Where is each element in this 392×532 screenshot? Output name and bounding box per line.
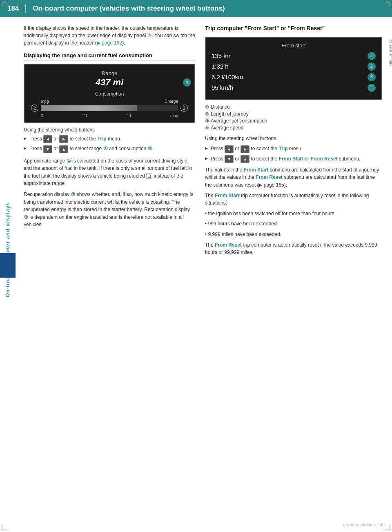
section-heading: Displaying the range and current fuel co…	[24, 52, 195, 60]
badge-4: 4	[368, 84, 376, 92]
from-start-row-4: 95 km/h 4	[212, 84, 376, 92]
right-arrow-btn: ►	[59, 135, 68, 143]
header-divider	[25, 4, 26, 13]
badge-2: 2	[368, 62, 376, 71]
legend-item-3: ③ Average fuel consumption	[205, 118, 382, 124]
up-btn: ▲	[241, 155, 249, 163]
sidebar-blue-block	[0, 253, 16, 278]
from-start-title: From start	[212, 42, 376, 49]
from-start-panel: From start 135 km 1 1:32 h 2 6.2 l/100km…	[205, 37, 382, 100]
corner-br	[385, 525, 390, 530]
intro-paragraph: If the display shows the speed in the he…	[24, 24, 195, 47]
right-body-bullet-2: • 999 hours have been exceeded.	[205, 220, 382, 228]
badge-left: 2	[31, 105, 38, 112]
page-number: 184	[7, 4, 19, 13]
badge-1: 1	[368, 52, 376, 60]
panel-id: N51 13-7065-31	[389, 39, 392, 66]
range-badge: 1	[183, 78, 191, 87]
right-body-bullet-3: • 9,999 miles have been exceeded.	[205, 231, 382, 238]
legend-item-4: ④ Average speed	[205, 125, 382, 131]
right-body-bullet-1: • the ignition has been switched off for…	[205, 210, 382, 218]
down-btn: ▼	[225, 155, 234, 163]
right-column: Trip computer "From Start" or "From Rese…	[205, 24, 382, 259]
right-steering-label: Using the steering wheel buttons	[205, 135, 382, 142]
steering-section-label: Using the steering wheel buttons	[24, 127, 195, 133]
legend-item-1: ① Distance	[205, 104, 382, 110]
left-btn: ◄	[225, 145, 234, 153]
corner-tl	[2, 2, 7, 7]
range-value: 437 mi 1	[31, 77, 188, 88]
list-item: Press ◄ or ► to select the Trip menu.	[205, 145, 382, 153]
header-bar: 184 On-board computer (vehicles with ste…	[0, 0, 392, 17]
from-start-row-2: 1:32 h 2	[212, 62, 376, 71]
badge-3: 3	[368, 73, 376, 81]
list-item: Press ▼ or ▲ to select range ① and consu…	[24, 145, 195, 153]
from-start-row-3: 6.2 l/100km 3	[212, 73, 376, 81]
bar-scale-labels: 0 20 40 max	[31, 114, 188, 118]
right-body-1: The values in the From Start submenu are…	[205, 166, 382, 189]
legend-item-2: ② Length of journey	[205, 111, 382, 117]
left-column: If the display shows the speed in the he…	[24, 24, 195, 259]
bar-fill	[41, 105, 137, 111]
display-panel: Range 437 mi 1 Consumption mpg Charge 2	[24, 64, 195, 123]
list-item: Press ▼ or ▲ to select the From Start or…	[205, 155, 382, 163]
range-label: Range	[31, 70, 188, 76]
corner-tr	[385, 2, 390, 7]
trip-heading: Trip computer "From Start" or "From Rese…	[205, 24, 382, 33]
right-body-3: The From Reset trip computer is automati…	[205, 241, 382, 256]
down-arrow-btn: ▼	[43, 145, 52, 153]
main-content: If the display shows the speed in the he…	[17, 17, 392, 267]
body-para-1: Approximate range ① is calculated on the…	[24, 157, 195, 187]
consumption-label: Consumption	[31, 91, 188, 97]
corner-bl	[2, 525, 7, 530]
body-para-2: Recuperation display ③ shows whether, an…	[24, 191, 195, 229]
right-steering-bullets: Press ◄ or ► to select the Trip menu. Pr…	[205, 145, 382, 163]
badge-right: 3	[180, 105, 188, 112]
legend-list: ① Distance ② Length of journey ③ Average…	[205, 104, 382, 131]
left-arrow-btn: ◄	[43, 135, 52, 143]
right-body-2: The From Start trip computer function is…	[205, 192, 382, 207]
sidebar-label: On-board computer and displays	[0, 49, 16, 450]
steering-bullets: Press ◄ or ► to select the Trip menu. Pr…	[24, 135, 195, 153]
sublabels-row: mpg Charge	[31, 99, 188, 104]
consumption-bar	[41, 105, 178, 111]
bar-area: 2 3	[31, 105, 188, 112]
up-arrow-btn: ▲	[59, 145, 68, 153]
display-panel-inner: Range 437 mi 1 Consumption mpg Charge 2	[31, 70, 188, 118]
right-btn: ►	[241, 145, 249, 153]
watermark: carmanualonline.info	[343, 522, 385, 527]
page-title: On-board computer (vehicles with steerin…	[33, 4, 225, 13]
from-start-row-1: 135 km 1	[212, 52, 376, 60]
list-item: Press ◄ or ► to select the Trip menu.	[24, 135, 195, 143]
from-start-wrapper: From start 135 km 1 1:32 h 2 6.2 l/100km…	[205, 37, 382, 104]
sidebar-label-text: On-board computer and displays	[5, 202, 11, 298]
